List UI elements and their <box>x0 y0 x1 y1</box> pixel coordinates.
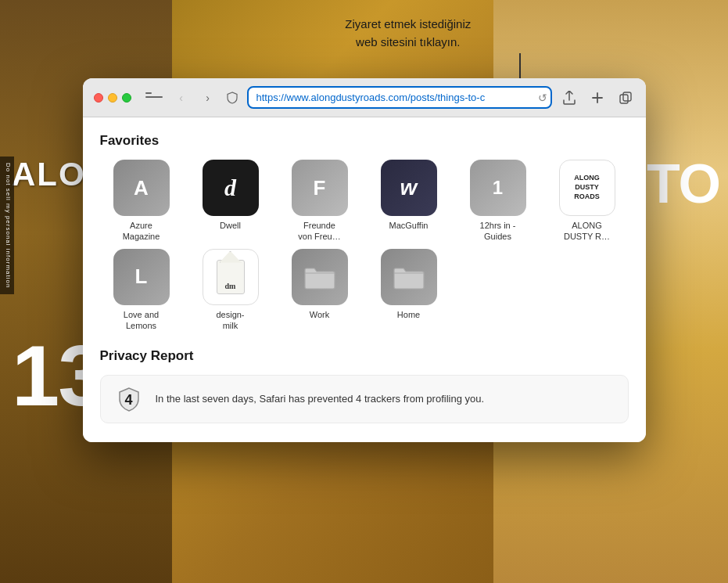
fav-item-along[interactable]: ALONGDUSTYROADS ALONGDUSTY R… <box>546 160 629 243</box>
shield-icon <box>225 91 239 105</box>
fav-item-love[interactable]: L Love andLemons <box>100 249 183 332</box>
fav-label-12hrs: 12hrs in -Guides <box>480 220 516 243</box>
fav-label-freunde: Freundevon Freu… <box>298 220 340 243</box>
sidebar-toggle-button[interactable] <box>144 91 164 105</box>
dropdown-panel: Favorites A AzureMagazine d Dwell F Freu… <box>83 117 646 442</box>
fav-label-work: Work <box>310 309 329 320</box>
fav-item-dwell[interactable]: d Dwell <box>189 160 272 243</box>
fav-icon-work <box>292 249 348 305</box>
fav-label-macguffin: MacGuffin <box>389 220 429 231</box>
minimize-button[interactable] <box>108 93 117 103</box>
tracker-count: 4 <box>124 392 132 408</box>
fav-icon-love: L <box>113 249 170 305</box>
fav-item-azure[interactable]: A AzureMagazine <box>100 160 183 243</box>
tabs-overview-button[interactable] <box>616 88 635 107</box>
privacy-section: Privacy Report 4 In the last seven days,… <box>100 348 629 423</box>
browser-toolbar: ‹ › ↺ <box>83 78 646 117</box>
favorites-grid: A AzureMagazine d Dwell F Freundevon Fre… <box>100 160 629 331</box>
fav-icon-along: ALONGDUSTYROADS <box>559 160 615 216</box>
fav-item-12hrs[interactable]: 1 12hrs in -Guides <box>457 160 540 243</box>
fav-label-along: ALONGDUSTY R… <box>564 220 610 243</box>
forward-button[interactable]: › <box>199 88 217 107</box>
toolbar-right-buttons <box>560 88 635 107</box>
traffic-lights <box>94 93 131 103</box>
back-button[interactable]: ‹ <box>172 88 191 107</box>
privacy-shield: 4 <box>113 387 145 412</box>
fav-icon-freunde: F <box>292 160 348 216</box>
new-tab-button[interactable] <box>588 88 607 107</box>
fav-icon-macguffin: w <box>381 160 437 216</box>
share-button[interactable] <box>560 88 579 107</box>
privacy-description: In the last seven days, Safari has preve… <box>156 391 485 407</box>
browser-window: ‹ › ↺ <box>83 78 646 442</box>
fav-item-home[interactable]: Home <box>368 249 450 332</box>
fav-item-macguffin[interactable]: w MacGuffin <box>368 160 450 243</box>
url-bar-container: ↺ <box>247 86 552 109</box>
bg-vertical-text: Do not sell my personal information <box>0 157 14 294</box>
url-input[interactable] <box>247 86 552 109</box>
fav-icon-12hrs: 1 <box>470 160 526 216</box>
shield-icon-large: 4 <box>118 387 140 412</box>
fav-label-azure: AzureMagazine <box>123 220 160 243</box>
favorites-title: Favorites <box>100 133 629 149</box>
fav-icon-home <box>381 249 437 305</box>
privacy-title: Privacy Report <box>100 348 629 364</box>
reload-icon[interactable]: ↺ <box>538 92 547 104</box>
fav-item-freunde[interactable]: F Freundevon Freu… <box>278 160 361 243</box>
fullscreen-button[interactable] <box>122 93 131 103</box>
fav-item-designmilk[interactable]: dm design-milk <box>189 249 272 332</box>
close-button[interactable] <box>94 93 103 103</box>
fav-label-dwell: Dwell <box>220 220 241 231</box>
fav-icon-azure: A <box>113 160 170 216</box>
fav-icon-dwell: d <box>203 160 259 216</box>
privacy-card[interactable]: 4 In the last seven days, Safari has pre… <box>100 375 629 423</box>
fav-label-love: Love andLemons <box>124 309 159 332</box>
fav-icon-designmilk: dm <box>203 249 259 305</box>
svg-rect-3 <box>623 92 631 101</box>
fav-label-designmilk: design-milk <box>216 309 244 332</box>
fav-label-home: Home <box>397 309 420 320</box>
svg-rect-2 <box>620 95 628 103</box>
fav-item-work[interactable]: Work <box>278 249 361 332</box>
